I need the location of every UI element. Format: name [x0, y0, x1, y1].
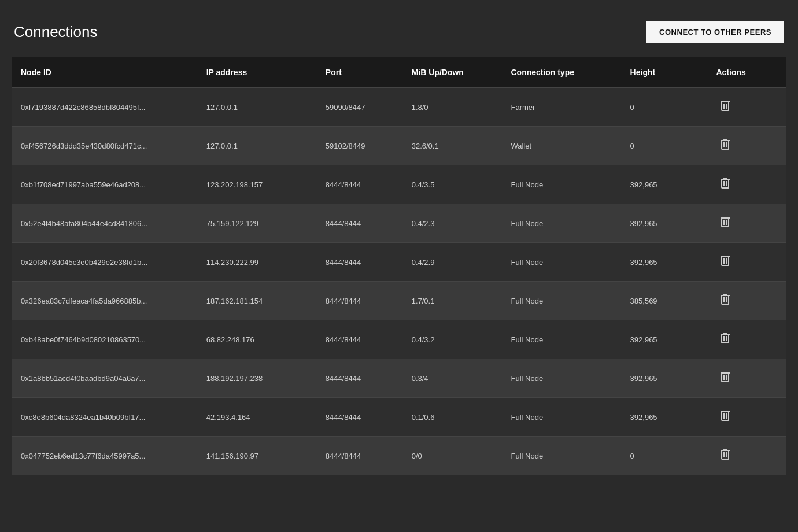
trash-icon	[721, 178, 730, 189]
table-row: 0x1a8bb51acd4f0baadbd9a04a6a7...188.192.…	[12, 359, 786, 398]
cell-nodeId: 0xf456726d3ddd35e430d80fcd471c...	[12, 127, 197, 165]
cell-height: 0	[621, 88, 707, 127]
col-header-nodeid: Node ID	[12, 57, 197, 88]
col-header-actions: Actions	[707, 57, 786, 88]
delete-connection-button[interactable]	[716, 137, 734, 154]
cell-connectionType: Wallet	[501, 127, 620, 165]
cell-actions	[707, 437, 786, 475]
trash-icon	[721, 256, 730, 266]
cell-connectionType: Full Node	[501, 165, 620, 204]
delete-connection-button[interactable]	[716, 370, 734, 387]
cell-mibUpDown: 0.4/2.9	[402, 243, 502, 282]
cell-nodeId: 0x20f3678d045c3e0b429e2e38fd1b...	[12, 243, 197, 282]
cell-mibUpDown: 1.7/0.1	[402, 282, 502, 320]
cell-ipAddress: 68.82.248.176	[197, 320, 316, 359]
table-row: 0x20f3678d045c3e0b429e2e38fd1b...114.230…	[12, 243, 786, 282]
cell-height: 385,569	[621, 282, 707, 320]
cell-mibUpDown: 0.4/3.5	[402, 165, 502, 204]
table-row: 0xc8e8b604da8324ea1b40b09bf17...42.193.4…	[12, 398, 786, 437]
trash-icon	[721, 101, 730, 111]
trash-icon	[721, 449, 730, 460]
table-row: 0x047752eb6ed13c77f6da45997a5...141.156.…	[12, 437, 786, 475]
connections-table: Node ID IP address Port MiB Up/Down Conn…	[12, 57, 786, 475]
cell-actions	[707, 359, 786, 398]
cell-port: 8444/8444	[316, 282, 402, 320]
cell-port: 8444/8444	[316, 243, 402, 282]
cell-connectionType: Full Node	[501, 320, 620, 359]
delete-connection-button[interactable]	[716, 292, 734, 309]
table-row: 0xf7193887d422c86858dbf804495f...127.0.0…	[12, 88, 786, 127]
delete-connection-button[interactable]	[716, 447, 734, 464]
table-row: 0xb1f708ed71997aba559e46ad208...123.202.…	[12, 165, 786, 204]
delete-connection-button[interactable]	[716, 253, 734, 271]
table-row: 0xf456726d3ddd35e430d80fcd471c...127.0.0…	[12, 127, 786, 165]
cell-height: 0	[621, 437, 707, 475]
cell-ipAddress: 141.156.190.97	[197, 437, 316, 475]
cell-ipAddress: 114.230.222.99	[197, 243, 316, 282]
cell-port: 8444/8444	[316, 359, 402, 398]
col-header-port: Port	[316, 57, 402, 88]
cell-height: 392,965	[621, 204, 707, 243]
delete-connection-button[interactable]	[716, 408, 734, 426]
cell-ipAddress: 75.159.122.129	[197, 204, 316, 243]
connect-to-peers-button[interactable]: CONNECT TO OTHER PEERS	[646, 21, 784, 43]
cell-actions	[707, 88, 786, 127]
cell-nodeId: 0x326ea83c7dfeaca4fa5da966885b...	[12, 282, 197, 320]
cell-port: 59090/8447	[316, 88, 402, 127]
cell-nodeId: 0x52e4f4b48afa804b44e4cd841806...	[12, 204, 197, 243]
col-header-conntype: Connection type	[501, 57, 620, 88]
cell-ipAddress: 123.202.198.157	[197, 165, 316, 204]
cell-actions	[707, 165, 786, 204]
cell-nodeId: 0xc8e8b604da8324ea1b40b09bf17...	[12, 398, 197, 437]
trash-icon	[721, 139, 730, 150]
cell-port: 8444/8444	[316, 398, 402, 437]
cell-connectionType: Full Node	[501, 359, 620, 398]
table-row: 0xb48abe0f7464b9d080210863570...68.82.24…	[12, 320, 786, 359]
cell-connectionType: Full Node	[501, 282, 620, 320]
cell-mibUpDown: 0/0	[402, 437, 502, 475]
cell-mibUpDown: 0.4/2.3	[402, 204, 502, 243]
cell-height: 0	[621, 127, 707, 165]
cell-mibUpDown: 0.3/4	[402, 359, 502, 398]
cell-connectionType: Full Node	[501, 204, 620, 243]
trash-icon	[721, 372, 730, 382]
cell-connectionType: Full Node	[501, 437, 620, 475]
cell-ipAddress: 187.162.181.154	[197, 282, 316, 320]
cell-nodeId: 0xf7193887d422c86858dbf804495f...	[12, 88, 197, 127]
trash-icon	[721, 217, 730, 227]
cell-connectionType: Farmer	[501, 88, 620, 127]
cell-ipAddress: 188.192.197.238	[197, 359, 316, 398]
table-row: 0x326ea83c7dfeaca4fa5da966885b...187.162…	[12, 282, 786, 320]
page-header: Connections CONNECT TO OTHER PEERS	[12, 12, 786, 57]
col-header-mib: MiB Up/Down	[402, 57, 502, 88]
cell-port: 8444/8444	[316, 320, 402, 359]
cell-port: 59102/8449	[316, 127, 402, 165]
cell-ipAddress: 127.0.0.1	[197, 88, 316, 127]
cell-mibUpDown: 0.1/0.6	[402, 398, 502, 437]
cell-connectionType: Full Node	[501, 398, 620, 437]
cell-ipAddress: 127.0.0.1	[197, 127, 316, 165]
cell-nodeId: 0x1a8bb51acd4f0baadbd9a04a6a7...	[12, 359, 197, 398]
page-title: Connections	[14, 23, 98, 41]
cell-nodeId: 0x047752eb6ed13c77f6da45997a5...	[12, 437, 197, 475]
trash-icon	[721, 333, 730, 343]
cell-actions	[707, 320, 786, 359]
col-header-height: Height	[621, 57, 707, 88]
table-header-row: Node ID IP address Port MiB Up/Down Conn…	[12, 57, 786, 88]
cell-nodeId: 0xb48abe0f7464b9d080210863570...	[12, 320, 197, 359]
cell-port: 8444/8444	[316, 165, 402, 204]
trash-icon	[721, 294, 730, 305]
cell-height: 392,965	[621, 359, 707, 398]
delete-connection-button[interactable]	[716, 215, 734, 232]
cell-port: 8444/8444	[316, 204, 402, 243]
table-body: 0xf7193887d422c86858dbf804495f...127.0.0…	[12, 88, 786, 475]
cell-actions	[707, 204, 786, 243]
delete-connection-button[interactable]	[716, 176, 734, 193]
col-header-ip: IP address	[197, 57, 316, 88]
delete-connection-button[interactable]	[716, 98, 734, 116]
cell-actions	[707, 398, 786, 437]
delete-connection-button[interactable]	[716, 331, 734, 348]
cell-mibUpDown: 1.8/0	[402, 88, 502, 127]
cell-height: 392,965	[621, 243, 707, 282]
cell-actions	[707, 127, 786, 165]
